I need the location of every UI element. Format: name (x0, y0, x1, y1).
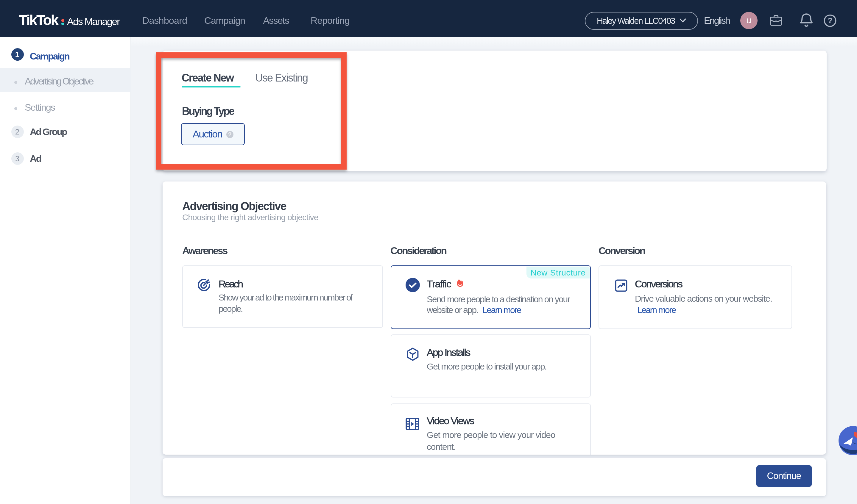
svg-text:?: ? (827, 16, 832, 25)
